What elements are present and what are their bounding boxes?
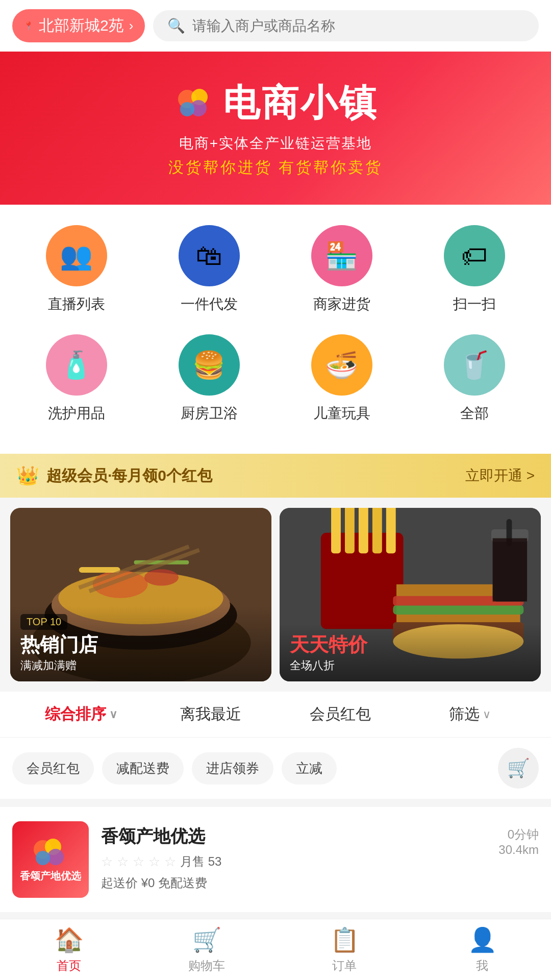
icon-circle-toys: 🍜	[311, 334, 372, 396]
search-icon: 🔍	[167, 17, 185, 34]
banner-logo-row: 电商小镇	[173, 79, 378, 128]
tag-store-coupon[interactable]: 进店领券	[192, 752, 273, 785]
svg-rect-22	[386, 508, 396, 553]
live-list-icon: 👥	[60, 240, 93, 272]
sort-chevron-icon: ∨	[109, 708, 117, 721]
nav-item-home[interactable]: 🏠 首页	[0, 926, 138, 974]
membership-banner[interactable]: 👑 超级会员·每月领0个红包 立即开通 >	[0, 454, 551, 498]
promo-card-hot-store[interactable]: TOP 10 热销门店 满减加满赠	[10, 508, 271, 681]
icon-label-scan: 扫一扫	[453, 295, 496, 314]
filter-options[interactable]: 筛选 ∨	[405, 704, 535, 725]
promo-card-right-bg: 天天特价 全场八折	[280, 508, 541, 681]
store-logo: 香颂产地优选	[12, 821, 89, 898]
svg-point-36	[36, 851, 50, 865]
filter-label: 筛选	[449, 704, 480, 725]
store-name: 香颂产地优选	[101, 825, 486, 848]
store-distance: 0分钟 30.4km	[498, 821, 539, 857]
nav-item-cart[interactable]: 🛒 购物车	[138, 926, 276, 974]
chevron-right-icon: ›	[129, 18, 134, 34]
hygiene-icon: 🧴	[60, 350, 93, 381]
store-delivery-info: 起送价 ¥0 免配送费	[101, 875, 486, 891]
svg-rect-20	[359, 508, 368, 553]
nav-item-orders[interactable]: 📋 订单	[276, 926, 413, 974]
promo-card-daily-deal[interactable]: 天天特价 全场八折	[280, 508, 541, 681]
store-info: 香颂产地优选 ☆ ☆ ☆ ☆ ☆ 月售 53 起送价 ¥0 免配送费	[101, 825, 486, 894]
orders-icon: 📋	[330, 926, 359, 953]
filter-nearby[interactable]: 离我最近	[146, 704, 276, 725]
icon-label-all: 全部	[460, 404, 489, 423]
svg-point-4	[180, 102, 194, 116]
icon-circle-kitchen: 🍔	[179, 334, 240, 396]
nav-item-profile[interactable]: 👤 我	[413, 926, 551, 974]
promo-section: TOP 10 热销门店 满减加满赠	[0, 498, 551, 692]
promo-card-left-bg: TOP 10 热销门店 满减加满赠	[10, 508, 271, 681]
svg-rect-11	[79, 567, 120, 573]
location-pill[interactable]: 📍 北部新城2苑 ›	[12, 9, 145, 42]
profile-label: 我	[476, 958, 488, 974]
kitchen-icon: 🍔	[192, 350, 226, 381]
banner-title: 电商小镇	[223, 79, 378, 128]
icon-item-dropship[interactable]: 🛍 一件代发	[151, 225, 268, 314]
tag-delivery-discount[interactable]: 减配送费	[102, 752, 184, 785]
crown-icon: 👑	[16, 465, 39, 486]
cart-icon-button[interactable]: 🛒	[498, 748, 539, 789]
icon-item-kitchen[interactable]: 🍔 厨房卫浴	[151, 334, 268, 423]
table-row[interactable]: 香颂产地优选 香颂产地优选 ☆ ☆ ☆ ☆ ☆ 月售 53 起送价 ¥0 免配送…	[0, 807, 551, 913]
nearby-label: 离我最近	[180, 704, 241, 725]
membership-left: 👑 超级会员·每月领0个红包	[16, 465, 212, 486]
promo-card-right-overlay: 天天特价 全场八折	[280, 624, 541, 681]
svg-rect-32	[493, 538, 527, 602]
cart-icon: 🛒	[507, 757, 530, 779]
promo-title-left: 热销门店	[20, 632, 261, 658]
tag-member-coupon[interactable]: 会员红包	[12, 752, 94, 785]
cart-nav-label: 购物车	[188, 958, 225, 974]
store-logo-label: 香颂产地优选	[20, 869, 81, 883]
icon-item-toys[interactable]: 🍜 儿童玩具	[284, 334, 400, 423]
icons-row-2: 🧴 洗护用品 🍔 厨房卫浴 🍜 儿童玩具 🥤 全部	[10, 334, 541, 423]
orders-label: 订单	[332, 958, 357, 974]
svg-rect-18	[331, 508, 341, 553]
location-icon: 📍	[23, 21, 34, 31]
filter-bar: 综合排序 ∨ 离我最近 会员红包 筛选 ∨	[0, 692, 551, 737]
store-time: 0分钟	[498, 826, 539, 843]
store-monthly-sales: 月售 53	[180, 853, 221, 870]
icon-circle-all: 🥤	[444, 334, 505, 396]
icon-label-live: 直播列表	[48, 295, 105, 314]
icon-item-all[interactable]: 🥤 全部	[416, 334, 533, 423]
icon-label-toys: 儿童玩具	[313, 404, 370, 423]
icons-section: 👥 直播列表 🛍 一件代发 🏪 商家进货 🏷 扫一扫 🧴	[0, 205, 551, 454]
search-input[interactable]	[192, 18, 524, 34]
icon-label-kitchen: 厨房卫浴	[181, 404, 238, 423]
icon-item-hygiene[interactable]: 🧴 洗护用品	[18, 334, 135, 423]
tag-instant-discount[interactable]: 立减	[282, 752, 337, 785]
star-2: ☆	[117, 854, 129, 870]
icon-label-merchant: 商家进货	[313, 295, 370, 314]
promo-badge: TOP 10	[20, 614, 67, 630]
filter-sort[interactable]: 综合排序 ∨	[16, 704, 146, 725]
merchant-icon: 🏪	[325, 240, 358, 272]
sort-label: 综合排序	[45, 704, 106, 725]
star-1: ☆	[101, 854, 113, 870]
cart-nav-icon: 🛒	[192, 926, 221, 953]
icons-row-1: 👥 直播列表 🛍 一件代发 🏪 商家进货 🏷 扫一扫	[10, 225, 541, 314]
membership-action[interactable]: 立即开通 >	[465, 466, 535, 485]
store-stars: ☆ ☆ ☆ ☆ ☆ 月售 53	[101, 853, 486, 870]
membership-text: 超级会员·每月领0个红包	[46, 465, 212, 486]
home-label: 首页	[57, 958, 81, 974]
promo-card-left-overlay: TOP 10 热销门店 满减加满赠	[10, 606, 271, 681]
search-bar[interactable]: 🔍	[153, 10, 539, 41]
star-4: ☆	[148, 854, 160, 870]
promo-tag: 天天特价	[290, 632, 531, 658]
promo-tag-sub: 全场八折	[290, 658, 531, 673]
icon-circle-merchant: 🏪	[311, 225, 372, 286]
filter-coupon[interactable]: 会员红包	[276, 704, 405, 725]
icon-item-merchant[interactable]: 🏪 商家进货	[284, 225, 400, 314]
dropship-icon: 🛍	[196, 240, 222, 271]
icon-item-live-list[interactable]: 👥 直播列表	[18, 225, 135, 314]
banner: 电商小镇 电商+实体全产业链运营基地 没货帮你进货 有货帮你卖货	[0, 52, 551, 205]
svg-rect-25	[393, 605, 523, 615]
banner-subtitle: 电商+实体全产业链运营基地	[179, 134, 372, 153]
icon-circle-scan: 🏷	[444, 225, 505, 286]
all-icon: 🥤	[458, 350, 491, 381]
icon-item-scan[interactable]: 🏷 扫一扫	[416, 225, 533, 314]
